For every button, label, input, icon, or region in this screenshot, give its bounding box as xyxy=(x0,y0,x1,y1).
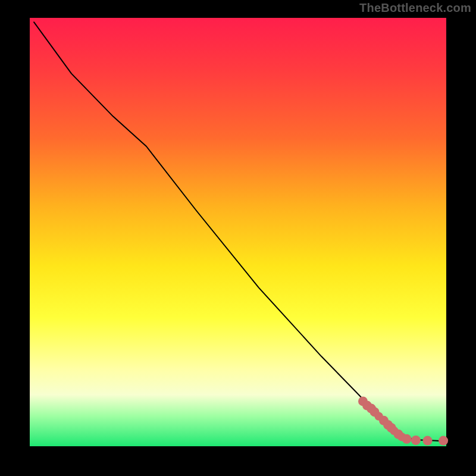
bottleneck-curve xyxy=(34,22,446,441)
data-points-group xyxy=(358,396,448,445)
plot-area xyxy=(30,18,446,446)
plot-overlay-svg xyxy=(30,18,446,446)
data-point xyxy=(423,436,433,446)
attribution-watermark: TheBottleneck.com xyxy=(359,1,471,15)
chart-frame: TheBottleneck.com xyxy=(0,0,476,476)
data-point xyxy=(411,436,421,445)
data-point xyxy=(439,436,448,446)
data-point xyxy=(402,434,412,444)
